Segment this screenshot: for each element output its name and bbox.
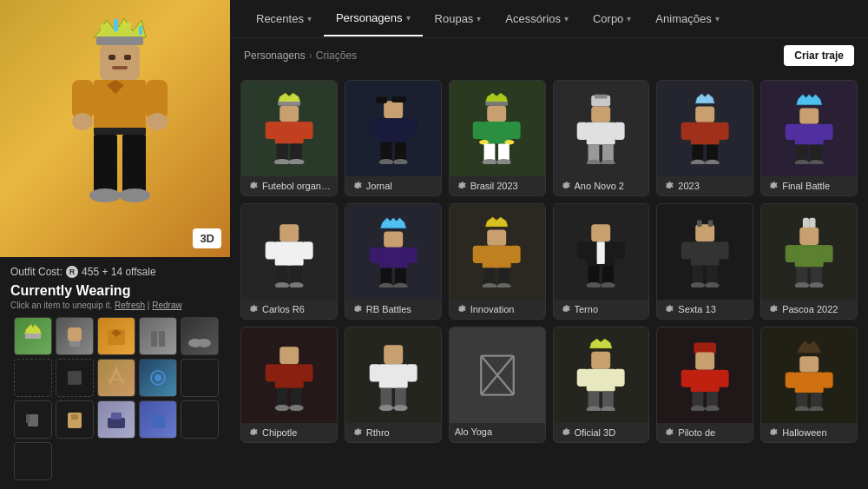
svg-rect-89 — [707, 144, 718, 162]
wearing-item[interactable] — [97, 400, 135, 439]
outfit-card-rbbattles[interactable]: RB Battles — [345, 203, 442, 320]
svg-rect-101 — [279, 224, 299, 241]
outfits-content: Futebol organizac... — [230, 73, 868, 489]
nav-animacoes[interactable]: Animações ▾ — [643, 2, 731, 36]
outfit-card-image — [657, 81, 753, 176]
redraw-link[interactable]: Redraw — [152, 301, 181, 310]
gear-icon[interactable] — [766, 426, 779, 439]
avatar-thumbnail — [461, 93, 532, 164]
outfit-card-image — [345, 327, 441, 423]
svg-rect-4 — [124, 55, 131, 60]
wearing-item[interactable] — [139, 359, 177, 397]
svg-rect-77 — [577, 122, 589, 140]
nav-corpo[interactable]: Corpo ▾ — [581, 2, 643, 36]
svg-rect-130 — [614, 241, 625, 259]
gear-icon[interactable] — [559, 180, 571, 192]
breadcrumb-parent[interactable]: Personagens — [244, 50, 306, 62]
chevron-icon: ▾ — [307, 14, 312, 23]
svg-rect-112 — [369, 247, 380, 262]
nav-personagens[interactable]: Personagens ▾ — [324, 1, 423, 36]
outfit-card-footer: Futebol organizac... — [241, 176, 337, 195]
criar-traje-button[interactable]: Criar traje — [784, 45, 854, 66]
gear-icon[interactable] — [559, 426, 571, 439]
outfit-card-carlosr6[interactable]: Carlos R6 — [240, 203, 338, 320]
svg-rect-121 — [473, 245, 484, 262]
svg-rect-150 — [786, 245, 797, 262]
outfit-card-piloto[interactable]: Piloto de — [656, 327, 753, 443]
outfit-card-oficial3d[interactable]: Oficial 3D — [553, 327, 650, 443]
svg-rect-44 — [274, 122, 303, 144]
nav-roupas[interactable]: Roupas ▾ — [423, 2, 494, 36]
wearing-item[interactable] — [97, 359, 135, 397]
gear-icon[interactable] — [455, 303, 467, 315]
outfit-card-image — [345, 204, 441, 300]
svg-rect-179 — [614, 369, 625, 387]
gear-icon[interactable] — [351, 180, 363, 192]
gear-icon[interactable] — [559, 303, 571, 315]
avatar-thumbnail — [773, 216, 845, 287]
gear-icon[interactable] — [247, 180, 259, 192]
svg-rect-127 — [591, 224, 610, 241]
outfit-card-aloyoga[interactable]: Alo Yoga — [449, 327, 546, 443]
wearing-item[interactable] — [181, 400, 219, 439]
outfit-card-sexta13[interactable]: Sexta 13 — [656, 203, 753, 320]
outfit-card-terno[interactable]: Terno — [553, 203, 650, 320]
outfit-card-halloween[interactable]: Halloween — [760, 327, 858, 443]
avatar-thumbnail — [565, 339, 636, 410]
gear-icon[interactable] — [351, 303, 363, 315]
outfit-card-anoNovo[interactable]: Ano Novo 2 — [553, 80, 650, 196]
refresh-link[interactable]: Refresh — [115, 301, 145, 310]
wearing-item[interactable] — [14, 442, 52, 480]
wearing-item[interactable] — [139, 317, 177, 355]
gear-icon[interactable] — [662, 303, 674, 315]
outfit-card-chipotle[interactable]: Chipotle — [240, 327, 338, 443]
svg-rect-188 — [718, 370, 729, 387]
svg-rect-39 — [111, 413, 122, 420]
svg-rect-53 — [391, 96, 405, 102]
svg-point-33 — [155, 374, 161, 381]
breadcrumb: Personagens › Criações — [244, 50, 357, 62]
nav-acessorios[interactable]: Acessórios ▾ — [493, 2, 581, 36]
wearing-item[interactable] — [56, 317, 94, 355]
svg-rect-14 — [122, 135, 146, 195]
svg-rect-78 — [614, 122, 625, 140]
svg-rect-75 — [591, 106, 610, 122]
outfit-card-footer: Carlos R6 — [241, 300, 337, 319]
svg-rect-18 — [114, 19, 118, 31]
outfit-card-finalbattle[interactable]: Final Battle — [760, 80, 858, 196]
svg-rect-186 — [691, 370, 720, 393]
breadcrumb-current: Criações — [316, 50, 357, 62]
outfit-card-brasil2023[interactable]: Brasil 2023 — [449, 80, 546, 196]
outfit-card-jornal[interactable]: Jornal — [345, 80, 442, 196]
outfit-card-pascoa2022[interactable]: Pascoa 2022 — [760, 203, 858, 320]
wearing-item[interactable] — [139, 400, 177, 439]
chevron-icon: ▾ — [477, 14, 481, 23]
chevron-icon: ▾ — [627, 14, 631, 23]
outfit-card-image — [241, 81, 337, 176]
svg-rect-141 — [718, 241, 729, 259]
outfit-card-futebol[interactable]: Futebol organizac... — [240, 80, 338, 196]
wearing-item[interactable] — [181, 317, 219, 355]
gear-icon[interactable] — [766, 180, 779, 192]
wearing-item[interactable] — [14, 317, 52, 355]
outfit-card-rthro[interactable]: Rthro — [345, 327, 442, 443]
svg-rect-160 — [276, 388, 287, 407]
svg-rect-80 — [602, 144, 614, 162]
gear-icon[interactable] — [247, 303, 259, 315]
gear-icon[interactable] — [247, 426, 259, 439]
svg-point-30 — [197, 339, 211, 347]
outfit-card-2023[interactable]: 2023 — [656, 80, 753, 196]
svg-marker-118 — [486, 216, 509, 226]
gear-icon[interactable] — [662, 426, 674, 439]
gear-icon[interactable] — [351, 426, 363, 439]
svg-rect-167 — [405, 365, 417, 382]
wearing-item[interactable] — [97, 317, 135, 355]
gear-icon[interactable] — [766, 303, 779, 315]
outfit-card-innovation[interactable]: Innovation — [449, 203, 546, 320]
nav-recentes[interactable]: Recentes ▾ — [244, 2, 324, 36]
svg-rect-111 — [378, 247, 407, 268]
placeholder-icon — [471, 349, 523, 401]
gear-icon[interactable] — [455, 180, 467, 192]
gear-icon[interactable] — [662, 180, 674, 192]
wearing-item-empty — [14, 400, 52, 439]
